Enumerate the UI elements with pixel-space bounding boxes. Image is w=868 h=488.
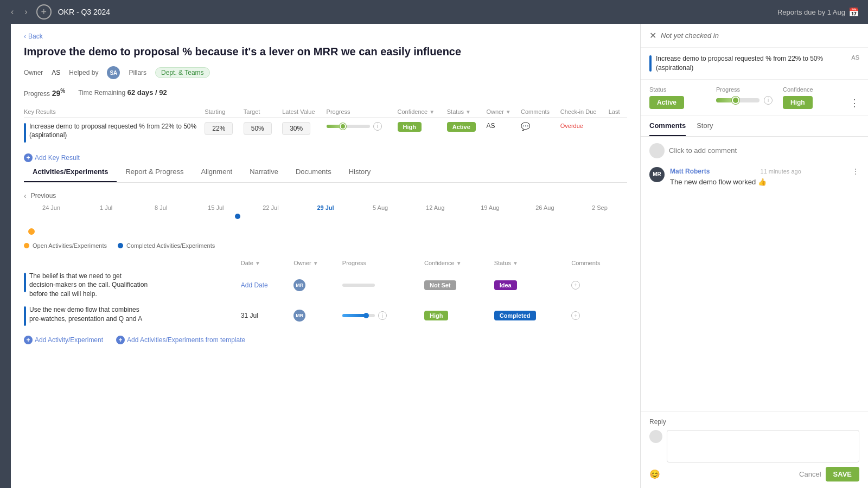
add-kr-plus-icon: +: [24, 153, 33, 162]
rp-stat-status: Status Active: [649, 86, 716, 109]
rp-kr-row: Increase demo to proposal requested % fr…: [641, 48, 868, 80]
kr-progress-dot: [340, 123, 346, 130]
rp-close-button[interactable]: ✕: [649, 30, 656, 41]
comment-block: MR Matt Roberts 11 minutes ago ⋮ The new…: [649, 167, 859, 186]
rp-progress-dot: [732, 97, 739, 104]
act-status-badge-1[interactable]: Idea: [494, 280, 517, 290]
timeline-date-2: 1 Jul: [79, 204, 133, 211]
kr-header-progress: Progress: [327, 106, 398, 118]
nav-back-button[interactable]: ‹: [9, 5, 16, 19]
act-owner-avatar-2: MR: [293, 310, 305, 322]
rp-progress-label: Progress: [716, 86, 783, 93]
progress-number: 29: [52, 89, 61, 98]
tab-history[interactable]: History: [340, 162, 379, 182]
add-links-row: + Add Activity/Experiment + Add Activiti…: [24, 329, 627, 344]
act-comment-icon-1[interactable]: +: [571, 281, 580, 290]
act-status-badge-2[interactable]: Completed: [494, 311, 536, 320]
act-status-1: Idea: [494, 268, 572, 302]
add-button[interactable]: +: [36, 4, 52, 20]
emoji-button[interactable]: 😊: [649, 469, 660, 479]
timeline-prev-label: Previous: [31, 192, 56, 200]
comment-content: Matt Roberts 11 minutes ago ⋮ The new de…: [670, 167, 859, 186]
pillars-label: Pillars: [129, 69, 146, 76]
time-value: 62 days / 92: [127, 88, 167, 97]
act-date-1[interactable]: Add Date: [241, 268, 293, 302]
comment-icon[interactable]: 💬: [521, 122, 530, 131]
page-title: Improve the demo to proposal % because i…: [24, 44, 627, 59]
dept-tag[interactable]: Dept. & Teams: [155, 67, 209, 78]
timeline-date-7: 5 Aug: [353, 204, 408, 211]
confidence-badge[interactable]: High: [398, 122, 422, 132]
back-link[interactable]: ‹ Back: [24, 33, 627, 40]
rp-more-button[interactable]: ⋮: [850, 97, 859, 109]
act-name-1: The belief is that we need to get decisi…: [24, 268, 241, 302]
nav-forward-button[interactable]: ›: [22, 5, 29, 19]
act-indicator-1: [24, 273, 26, 292]
rp-confidence-badge[interactable]: High: [783, 96, 813, 109]
legend-open: Open Activities/Experiments: [24, 242, 107, 249]
rp-header: ✕ Not yet checked in: [641, 24, 868, 48]
act-info-icon-2[interactable]: i: [378, 311, 387, 320]
tab-documents[interactable]: Documents: [287, 162, 340, 182]
timeline-dot-today: [235, 214, 240, 219]
rp-tab-story[interactable]: Story: [697, 116, 713, 136]
tab-report[interactable]: Report & Progress: [117, 162, 192, 182]
timeline-nav: ‹ Previous: [24, 191, 627, 200]
act-col-comments: Comments: [571, 258, 627, 268]
add-kr-link[interactable]: + Add Key Result: [24, 153, 627, 162]
timeline-date-9: 19 Aug: [463, 204, 518, 211]
timeline-date-11: 2 Sep: [572, 204, 627, 211]
act-confidence-badge-2[interactable]: High: [424, 311, 448, 320]
comment-text: The new demo flow worked 👍: [670, 178, 859, 186]
act-indicator-2: [24, 306, 26, 326]
rp-progress-bar: [716, 98, 760, 102]
tab-activities[interactable]: Activities/Experiments: [24, 162, 117, 182]
content-area: ‹ Back Improve the demo to proposal % be…: [11, 24, 640, 488]
cancel-button[interactable]: Cancel: [799, 467, 821, 481]
act-owner-1: MR: [293, 268, 342, 302]
timeline-date-3: 8 Jul: [133, 204, 188, 211]
rp-status-badge[interactable]: Active: [649, 96, 684, 109]
tab-narrative[interactable]: Narrative: [241, 162, 287, 182]
act-owner-2: MR: [293, 302, 342, 329]
open-activity-dot: [28, 228, 35, 235]
comment-header: Matt Roberts 11 minutes ago ⋮: [670, 167, 859, 176]
add-template-plus-icon: +: [116, 336, 125, 344]
rp-tab-comments[interactable]: Comments: [649, 116, 686, 136]
add-activity-link[interactable]: + Add Activity/Experiment: [24, 336, 103, 344]
add-activity-label: Add Activity/Experiment: [35, 336, 103, 344]
kr-comments: 💬: [521, 117, 560, 147]
comment-author: Matt Roberts: [670, 168, 710, 175]
act-confidence-badge-1[interactable]: Not Set: [424, 280, 456, 290]
reply-avatar: [649, 430, 662, 443]
rp-progress-info-icon[interactable]: i: [764, 96, 773, 105]
add-comment-input[interactable]: [669, 146, 859, 155]
act-comments-1: +: [571, 268, 627, 302]
reply-input[interactable]: [667, 430, 859, 463]
timeline-date-8: 12 Aug: [408, 204, 463, 211]
topbar-title: OKR - Q3 2024: [58, 8, 111, 16]
info-icon[interactable]: i: [373, 122, 382, 131]
kr-header-owner: Owner ▼: [486, 106, 521, 118]
status-badge[interactable]: Active: [447, 122, 476, 132]
kr-header-target: Target: [244, 106, 282, 118]
act-name-2: Use the new demo flow that combines pre-…: [24, 302, 241, 329]
comment-more-button[interactable]: ⋮: [852, 167, 859, 176]
kr-header-last: Last: [609, 106, 627, 118]
timeline-activities: [24, 222, 627, 238]
save-button[interactable]: SAVE: [826, 467, 859, 481]
act-progress-2: i: [342, 302, 424, 329]
rp-stat-confidence: Confidence High: [783, 86, 850, 109]
act-col-status: Status ▼: [494, 258, 572, 268]
reply-buttons: Cancel SAVE: [799, 467, 859, 481]
timeline-prev-button[interactable]: ‹: [24, 191, 27, 200]
plus-icon: +: [41, 7, 47, 18]
tab-alignment[interactable]: Alignment: [192, 162, 241, 182]
rp-kr-text: Increase demo to proposal requested % fr…: [656, 54, 847, 73]
act-comment-icon-2[interactable]: +: [571, 311, 580, 320]
add-from-template-link[interactable]: + Add Activities/Experiments from templa…: [116, 336, 245, 344]
kr-progress-bar: [327, 125, 370, 128]
act-col-name: [24, 258, 241, 268]
kr-header-latest: Latest Value: [282, 106, 326, 118]
timeline-line: [24, 211, 627, 222]
